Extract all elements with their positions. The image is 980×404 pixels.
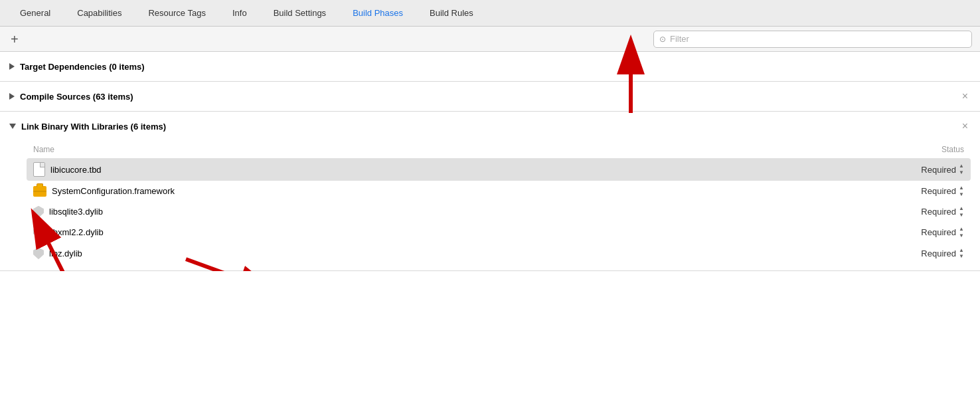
filter-input[interactable] bbox=[670, 34, 966, 44]
lib-status-libz: Required ▲ ▼ bbox=[884, 247, 964, 260]
section-target-dependencies: Target Dependencies (0 items) bbox=[0, 52, 980, 82]
lib-name-libxml: libxml2.2.dylib bbox=[49, 227, 104, 237]
lib-status-text-sqlite: Required bbox=[921, 207, 956, 217]
collapse-icon-compile-sources bbox=[9, 93, 15, 100]
section-link-binary: Link Binary With Libraries (6 items) × N… bbox=[0, 112, 980, 271]
section-compile-sources: Compile Sources (63 items) × bbox=[0, 82, 980, 112]
section-header-left-compile: Compile Sources (63 items) bbox=[9, 92, 133, 102]
tab-build-settings[interactable]: Build Settings bbox=[260, 0, 340, 26]
lib-row-left-libicucore: libicucore.tbd bbox=[33, 162, 102, 177]
lib-status-text-sysconfg: Required bbox=[921, 186, 956, 196]
briefcase-icon-sysconfg bbox=[33, 186, 46, 197]
tab-build-phases[interactable]: Build Phases bbox=[339, 0, 416, 26]
lib-name-libz: libz.dylib bbox=[49, 249, 82, 258]
tab-bar: General Capabilities Resource Tags Info … bbox=[0, 0, 980, 27]
content-area: Target Dependencies (0 items) Compile So… bbox=[0, 52, 980, 271]
lib-status-libicucore: Required ▲ ▼ bbox=[884, 163, 964, 175]
lib-row-left-libz: libz.dylib bbox=[33, 247, 82, 259]
section-header-target-dependencies[interactable]: Target Dependencies (0 items) bbox=[0, 52, 980, 81]
lib-status-text-libxml: Required bbox=[921, 227, 956, 237]
library-table: Name Status libicucore.tbd Required ▲ ▼ bbox=[27, 141, 971, 264]
section-header-left: Target Dependencies (0 items) bbox=[9, 62, 145, 72]
shield-icon-libxml bbox=[33, 227, 44, 239]
toolbar-left: + bbox=[8, 33, 21, 46]
lib-row-libicucore[interactable]: libicucore.tbd Required ▲ ▼ bbox=[27, 158, 971, 181]
lib-row-left-sqlite: libsqlite3.dylib bbox=[33, 206, 103, 218]
lib-row-libxml[interactable]: libxml2.2.dylib Required ▲ ▼ bbox=[27, 222, 971, 243]
lib-row-sysconfg[interactable]: SystemConfiguration.framework Required ▲… bbox=[27, 181, 971, 201]
column-name-header: Name bbox=[33, 145, 54, 154]
section-header-left-link: Link Binary With Libraries (6 items) bbox=[9, 122, 166, 132]
filter-box: ⊙ bbox=[653, 31, 972, 48]
section-header-link-binary[interactable]: Link Binary With Libraries (6 items) × bbox=[0, 112, 980, 141]
section-title-target-dependencies: Target Dependencies (0 items) bbox=[20, 62, 145, 72]
tab-general[interactable]: General bbox=[7, 0, 64, 26]
collapse-icon-target-dependencies bbox=[9, 63, 15, 70]
section-title-link-binary: Link Binary With Libraries (6 items) bbox=[21, 122, 166, 132]
tab-build-rules[interactable]: Build Rules bbox=[416, 0, 487, 26]
stepper-libicucore[interactable]: ▲ ▼ bbox=[959, 163, 964, 175]
collapse-icon-link-binary bbox=[9, 124, 16, 129]
lib-row-sqlite[interactable]: libsqlite3.dylib Required ▲ ▼ bbox=[27, 201, 971, 222]
lib-row-libz[interactable]: libz.dylib Required ▲ ▼ bbox=[27, 243, 971, 264]
stepper-sysconfg[interactable]: ▲ ▼ bbox=[959, 185, 964, 197]
close-compile-sources[interactable]: × bbox=[959, 91, 971, 102]
lib-status-sysconfg: Required ▲ ▼ bbox=[884, 185, 964, 197]
toolbar: + ⊙ bbox=[0, 27, 980, 52]
section-header-compile-sources[interactable]: Compile Sources (63 items) × bbox=[0, 82, 980, 111]
stepper-libxml[interactable]: ▲ ▼ bbox=[959, 226, 964, 239]
add-button[interactable]: + bbox=[8, 33, 21, 46]
file-icon-libicucore bbox=[33, 162, 45, 177]
lib-status-text-libz: Required bbox=[921, 249, 956, 258]
lib-row-left-libxml: libxml2.2.dylib bbox=[33, 227, 104, 239]
lib-status-libxml: Required ▲ ▼ bbox=[884, 226, 964, 239]
library-table-header: Name Status bbox=[27, 141, 971, 158]
tab-resource-tags[interactable]: Resource Tags bbox=[135, 0, 218, 26]
shield-icon-libz bbox=[33, 247, 44, 259]
lib-status-sqlite: Required ▲ ▼ bbox=[884, 205, 964, 218]
tab-info[interactable]: Info bbox=[219, 0, 260, 26]
shield-icon-sqlite bbox=[33, 206, 44, 218]
column-status-header: Status bbox=[884, 145, 964, 154]
lib-status-text-libicucore: Required bbox=[921, 165, 956, 175]
filter-icon: ⊙ bbox=[659, 35, 666, 44]
tab-capabilities[interactable]: Capabilities bbox=[64, 0, 135, 26]
stepper-sqlite[interactable]: ▲ ▼ bbox=[959, 205, 964, 218]
lib-name-sqlite: libsqlite3.dylib bbox=[49, 207, 103, 217]
stepper-libz[interactable]: ▲ ▼ bbox=[959, 247, 964, 260]
lib-name-sysconfg: SystemConfiguration.framework bbox=[52, 186, 175, 196]
lib-row-left-sysconfg: SystemConfiguration.framework bbox=[33, 186, 175, 197]
lib-name-libicucore: libicucore.tbd bbox=[50, 165, 102, 175]
section-title-compile-sources: Compile Sources (63 items) bbox=[20, 92, 133, 102]
close-link-binary[interactable]: × bbox=[959, 121, 971, 132]
